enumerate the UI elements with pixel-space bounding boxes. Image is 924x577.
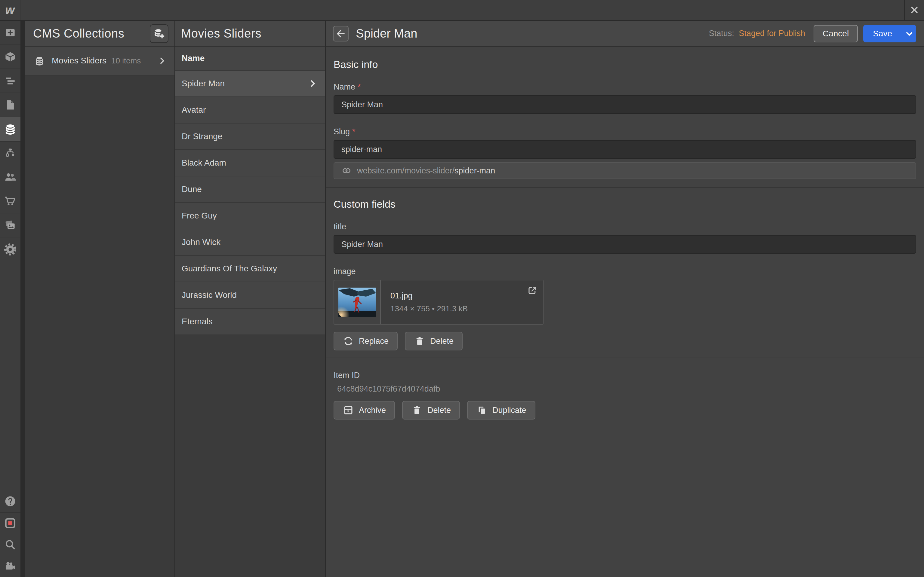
column-header-name[interactable]: Name: [175, 47, 325, 71]
list-item-dr-strange[interactable]: Dr Strange: [175, 124, 325, 150]
archive-button[interactable]: Archive: [334, 401, 395, 419]
gear-icon: [3, 243, 17, 256]
assets-panel-button[interactable]: [0, 213, 21, 237]
link-icon: [341, 165, 352, 176]
name-input[interactable]: [334, 95, 916, 114]
collection-row-movies-sliders[interactable]: Movies Sliders 10 items: [25, 47, 174, 76]
navigator-icon: [3, 74, 17, 87]
replace-image-button[interactable]: Replace: [334, 332, 397, 350]
cms-panel-button[interactable]: [0, 117, 21, 141]
back-button[interactable]: [333, 26, 349, 42]
record-button[interactable]: [0, 512, 21, 534]
list-item-label: Spider Man: [182, 79, 225, 89]
open-asset-button[interactable]: [527, 285, 538, 296]
image-file-info: 01.jpg 1344 × 755 • 291.3 kB: [381, 280, 543, 324]
section-divider: [326, 358, 924, 358]
list-item-label: Guardians Of The Galaxy: [182, 264, 277, 274]
list-item-spider-man[interactable]: Spider Man: [175, 71, 325, 97]
collection-items-title: Movies Sliders: [181, 27, 262, 40]
image-field-label: image: [334, 267, 916, 276]
list-item-guardians[interactable]: Guardians Of The Galaxy: [175, 256, 325, 282]
delete-image-button[interactable]: Delete: [405, 332, 463, 350]
cms-collections-header: CMS Collections: [25, 21, 174, 47]
navigator-panel-button[interactable]: [0, 69, 21, 93]
replace-icon: [342, 335, 354, 347]
rail-spacer: [0, 261, 21, 490]
cancel-button[interactable]: Cancel: [814, 25, 858, 42]
slug-label-text: Slug: [334, 127, 350, 136]
url-preview-bar: website.com/movies-slider/spider-man: [334, 162, 916, 179]
slug-field-label: Slug*: [334, 127, 916, 137]
top-bar: w: [0, 0, 924, 21]
webflow-logo-glyph: w: [5, 3, 15, 17]
list-item-black-adam[interactable]: Black Adam: [175, 150, 325, 176]
collection-items-panel: Movies Sliders Name Spider Man Avatar Dr…: [175, 21, 325, 577]
close-button[interactable]: [904, 0, 924, 20]
item-id-value: 64c8d94c1075f67d4074dafb: [337, 384, 916, 394]
list-item-john-wick[interactable]: John Wick: [175, 229, 325, 256]
add-panel-icon: [3, 26, 17, 39]
help-icon: [3, 495, 17, 508]
list-item-avatar[interactable]: Avatar: [175, 97, 325, 124]
image-filename: 01.jpg: [391, 291, 543, 301]
cms-collections-title: CMS Collections: [33, 27, 124, 40]
logic-panel-button[interactable]: [0, 141, 21, 165]
duplicate-button[interactable]: Duplicate: [467, 401, 535, 419]
title-input[interactable]: [334, 235, 916, 254]
required-marker: *: [358, 82, 361, 91]
archive-label: Archive: [359, 406, 386, 415]
duplicate-label: Duplicate: [493, 406, 527, 415]
webflow-logo[interactable]: w: [0, 0, 21, 20]
list-item-free-guy[interactable]: Free Guy: [175, 203, 325, 229]
list-item-jurassic-world[interactable]: Jurassic World: [175, 282, 325, 309]
save-button[interactable]: Save: [863, 25, 902, 42]
save-options-button[interactable]: [902, 25, 916, 42]
delete-item-button[interactable]: Delete: [402, 401, 460, 419]
status-label: Status:: [709, 29, 734, 38]
external-link-icon: [527, 285, 538, 296]
page-icon: [3, 98, 17, 111]
users-panel-button[interactable]: [0, 165, 21, 189]
image-thumbnail[interactable]: [338, 288, 376, 317]
item-title: Spider Man: [356, 27, 709, 40]
collection-items-header: Movies Sliders: [175, 21, 325, 47]
collection-item-count: 10 items: [111, 56, 157, 66]
video-tutorials-button[interactable]: [0, 555, 21, 577]
image-asset-card: 01.jpg 1344 × 755 • 291.3 kB: [334, 280, 543, 324]
image-thumbnail-cell: [334, 280, 381, 324]
list-item-label: Avatar: [182, 105, 206, 115]
slug-input[interactable]: [334, 140, 916, 159]
help-button[interactable]: [0, 490, 21, 512]
add-collection-button[interactable]: [150, 24, 168, 43]
left-toolbar: [0, 21, 21, 577]
url-preview-text: website.com/movies-slider/spider-man: [357, 166, 495, 176]
cart-icon: [3, 195, 17, 208]
trash-icon: [414, 335, 425, 347]
list-item-dune[interactable]: Dune: [175, 176, 325, 203]
chevron-down-icon: [903, 28, 915, 39]
add-elements-button[interactable]: [0, 21, 21, 45]
item-id-label: Item ID: [334, 371, 916, 380]
elements-panel-button[interactable]: [0, 45, 21, 69]
list-item-eternals[interactable]: Eternals: [175, 309, 325, 335]
video-camera-icon: [3, 559, 17, 573]
list-item-label: Dune: [182, 185, 202, 194]
list-item-label: Jurassic World: [182, 290, 237, 300]
image-meta: 1344 × 755 • 291.3 kB: [391, 304, 543, 313]
name-field-label: Name*: [334, 82, 916, 92]
pages-panel-button[interactable]: [0, 93, 21, 117]
back-arrow-icon: [335, 28, 347, 39]
name-label-text: Name: [334, 82, 355, 91]
ecommerce-panel-button[interactable]: [0, 189, 21, 213]
search-button[interactable]: [0, 534, 21, 555]
item-editor-content: Basic info Name* Slug* website.com/movie…: [326, 47, 924, 419]
delete-label: Delete: [430, 337, 454, 346]
chevron-right-icon: [157, 55, 168, 66]
record-icon: [3, 517, 17, 530]
database-icon: [3, 122, 17, 136]
settings-panel-button[interactable]: [0, 237, 21, 261]
list-item-label: Black Adam: [182, 158, 226, 168]
url-slug: spider-man: [454, 166, 495, 175]
trash-icon: [411, 405, 423, 416]
item-editor-header: Spider Man Status: Staged for Publish Ca…: [326, 21, 924, 47]
